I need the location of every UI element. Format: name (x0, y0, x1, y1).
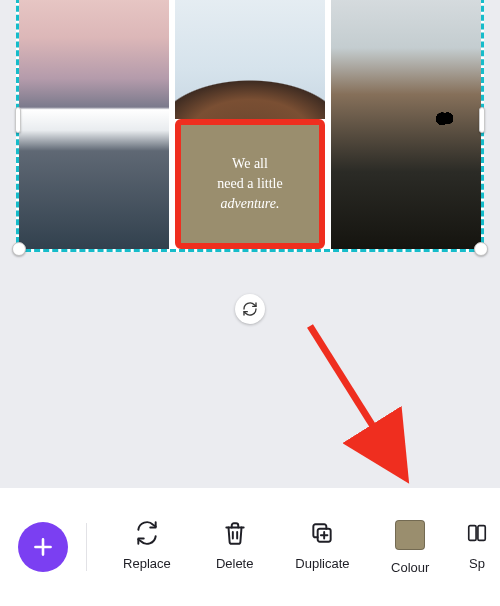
quote-line3: adventure. (221, 196, 280, 211)
colour-label: Colour (391, 560, 429, 575)
resize-handle-bottom-right[interactable] (474, 242, 488, 256)
plus-icon (30, 534, 56, 560)
spacing-label: Sp (469, 556, 485, 571)
replace-button[interactable]: Replace (103, 520, 191, 571)
quote-line1: We all (232, 156, 268, 171)
replace-label: Replace (123, 556, 171, 571)
colour-button[interactable]: Colour (366, 520, 454, 575)
quote-card[interactable]: We all need a little adventure. (181, 125, 319, 243)
canvas-area: We all need a little adventure. (0, 0, 500, 260)
rotate-icon (242, 301, 258, 317)
duplicate-icon (309, 520, 335, 546)
trash-icon (222, 520, 248, 546)
toolbar-items: Replace Delete Duplicate Colour (103, 520, 500, 575)
resize-handle-left[interactable] (15, 107, 21, 133)
toolbar-separator (86, 523, 87, 571)
collage-cell-middle-top[interactable] (175, 0, 325, 119)
replace-icon (134, 520, 160, 546)
collage-cell-middle-bottom[interactable]: We all need a little adventure. (175, 119, 325, 249)
spacing-button[interactable]: Sp (454, 520, 500, 571)
resize-handle-right[interactable] (479, 107, 485, 133)
collage-cell-left[interactable] (19, 0, 169, 249)
quote-line2: need a little (217, 176, 282, 191)
bottom-toolbar: Replace Delete Duplicate Colour (0, 488, 500, 606)
collage-cell-right[interactable] (331, 0, 481, 249)
resize-handle-bottom-left[interactable] (12, 242, 26, 256)
collage-cell-middle: We all need a little adventure. (175, 0, 325, 249)
delete-label: Delete (216, 556, 254, 571)
colour-swatch (395, 520, 425, 550)
duplicate-label: Duplicate (295, 556, 349, 571)
hikers-silhouette (435, 111, 453, 137)
duplicate-button[interactable]: Duplicate (279, 520, 367, 571)
svg-rect-1 (469, 525, 476, 540)
spacing-icon (466, 520, 488, 546)
delete-button[interactable]: Delete (191, 520, 279, 571)
add-button[interactable] (18, 522, 68, 572)
rotate-button[interactable] (235, 294, 265, 324)
quote-text: We all need a little adventure. (217, 154, 282, 215)
collage: We all need a little adventure. (19, 0, 481, 249)
svg-rect-2 (478, 525, 485, 540)
selection-frame[interactable]: We all need a little adventure. (16, 0, 484, 252)
annotation-arrow (290, 318, 440, 488)
